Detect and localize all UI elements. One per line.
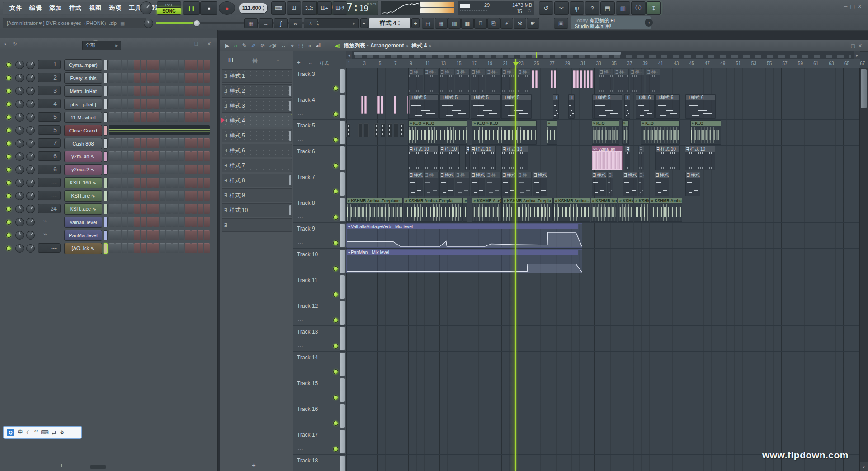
step-cell[interactable] <box>172 204 178 214</box>
step-cell[interactable] <box>147 86 153 96</box>
hdr-dim-tabs[interactable]: ▪▪ <box>309 61 311 66</box>
news-globe-icon[interactable]: ◔ <box>645 19 653 27</box>
step-cell[interactable] <box>179 191 184 201</box>
step-cell[interactable] <box>172 60 178 70</box>
channel-vol-knob[interactable] <box>26 74 35 82</box>
audio-strip[interactable] <box>554 70 556 88</box>
track-enable-led[interactable] <box>333 163 338 168</box>
audio-clip[interactable]: » K..O <box>641 120 680 145</box>
channel-color-strip[interactable] <box>104 204 108 214</box>
vscroll-down-icon[interactable]: ∨ <box>860 462 868 471</box>
channel-number[interactable]: 4 <box>38 99 61 108</box>
step-cell[interactable] <box>147 112 153 122</box>
step-cell[interactable] <box>191 60 197 70</box>
channel-button[interactable]: 11-M..wbell <box>64 112 102 123</box>
channel-pan-knob[interactable] <box>15 126 24 135</box>
track-header[interactable]: Track 5--- <box>293 120 346 146</box>
step-cell[interactable] <box>160 138 165 148</box>
step-cell[interactable] <box>160 73 165 83</box>
step-cell[interactable] <box>153 60 159 70</box>
add-pattern-button[interactable]: + <box>411 18 420 28</box>
step-cell[interactable] <box>115 191 121 201</box>
step-cell[interactable] <box>128 191 134 201</box>
channel-number[interactable]: 1 <box>38 60 61 69</box>
channel-button[interactable]: [AO..ick ∿ <box>64 243 102 254</box>
track-color-strip[interactable] <box>340 224 345 247</box>
track-header[interactable]: Track 4--- <box>293 94 346 120</box>
audio-strip[interactable] <box>364 96 367 114</box>
channel-button[interactable]: Close Grand <box>64 125 102 136</box>
step-cell[interactable] <box>147 99 153 109</box>
step-cell[interactable] <box>115 99 121 109</box>
track-lane[interactable] <box>346 274 860 300</box>
track-enable-led[interactable] <box>333 240 338 245</box>
step-cell[interactable] <box>141 217 146 227</box>
step-cell[interactable] <box>141 99 146 109</box>
track-options[interactable]: --- <box>298 344 303 349</box>
step-clip[interactable] <box>364 123 368 137</box>
pattern-clip[interactable]: Ǝ样式 3 <box>471 172 486 196</box>
step-cell[interactable] <box>166 60 172 70</box>
step-cell[interactable] <box>109 60 115 70</box>
channel-vol-knob[interactable] <box>26 218 35 226</box>
countdown-icon[interactable]: 3.2: <box>302 1 316 15</box>
channel-pan-knob[interactable] <box>15 218 24 226</box>
channel-color-strip[interactable] <box>104 99 108 109</box>
select-tool-icon[interactable]: ⬚ <box>298 42 303 49</box>
step-cell[interactable] <box>141 138 146 148</box>
step-cell[interactable] <box>198 151 203 161</box>
automation-clip[interactable]: ⌁ PanMan - Mix level <box>346 249 582 273</box>
loop-record-icon[interactable]: Ш+ <box>317 1 332 15</box>
channel-button[interactable]: KSH..160 ∿ <box>64 177 102 188</box>
step-cell[interactable] <box>160 112 165 122</box>
step-cell[interactable] <box>166 204 172 214</box>
step-cell[interactable] <box>153 112 159 122</box>
track-header[interactable]: Track 7--- <box>293 171 346 197</box>
step-cell[interactable] <box>204 178 210 188</box>
step-cell[interactable] <box>191 230 197 240</box>
add-channel-button[interactable]: + <box>60 462 64 469</box>
step-cell[interactable] <box>172 178 178 188</box>
channel-color-strip[interactable] <box>104 165 108 175</box>
pattern-selector[interactable]: 样式 4▴▾ <box>368 18 411 28</box>
audio-strip[interactable] <box>573 70 575 88</box>
step-cell[interactable] <box>166 165 172 174</box>
typing-to-piano-icon[interactable]: ▦ <box>244 18 258 28</box>
step-cell[interactable] <box>191 112 197 122</box>
track-color-strip[interactable] <box>340 353 345 376</box>
pattern-clip[interactable]: Ǝ样式 10 <box>471 146 496 170</box>
step-cell[interactable] <box>134 60 140 70</box>
track-lane[interactable]: ⌁ ValhallaVintageVerb - Mix level <box>346 223 860 249</box>
pattern-clip[interactable]: Ǝ样式 3 <box>592 172 607 196</box>
track-options[interactable]: --- <box>298 318 303 323</box>
metronome-icon[interactable]: ⍙ <box>304 18 317 28</box>
track-header[interactable]: Track 13--- <box>293 326 346 352</box>
pattern-clip[interactable]: Ǝ样式 6 <box>655 94 680 119</box>
pattern-clip[interactable]: Ǝ..0 <box>638 146 645 170</box>
step-cell[interactable] <box>160 204 165 214</box>
channel-vol-knob[interactable] <box>26 179 35 187</box>
app-window-controls[interactable]: ─▢✕ <box>844 4 864 9</box>
channel-enable-led[interactable] <box>6 115 11 120</box>
piano-roll-icon[interactable]: ▦ <box>435 18 448 29</box>
track-options[interactable]: --- <box>298 189 303 194</box>
soft-keyboard-icon[interactable]: ⌨ <box>41 429 48 436</box>
pattern-item[interactable]: Ǝ样式 6 <box>222 144 292 157</box>
step-cell[interactable] <box>134 165 140 174</box>
channel-enable-led[interactable] <box>6 207 11 212</box>
step-cell[interactable] <box>122 60 127 70</box>
track-options[interactable]: --- <box>298 447 303 452</box>
channel-vol-knob[interactable] <box>26 61 35 69</box>
channel-number[interactable]: 3 <box>38 86 61 95</box>
step-cell[interactable] <box>198 204 203 214</box>
pattern-clip[interactable]: Ǝ样式 5 <box>501 94 532 119</box>
step-cell[interactable] <box>198 165 203 174</box>
step-cell[interactable] <box>166 99 172 109</box>
step-cell[interactable] <box>153 178 159 188</box>
sogou-icon[interactable]: Q <box>7 429 14 436</box>
track-options[interactable]: --- <box>298 215 303 220</box>
step-cell[interactable] <box>141 73 146 83</box>
step-cell[interactable] <box>109 230 115 240</box>
step-cell[interactable] <box>115 112 121 122</box>
pattern-clip[interactable]: Ǝ <box>553 94 559 119</box>
